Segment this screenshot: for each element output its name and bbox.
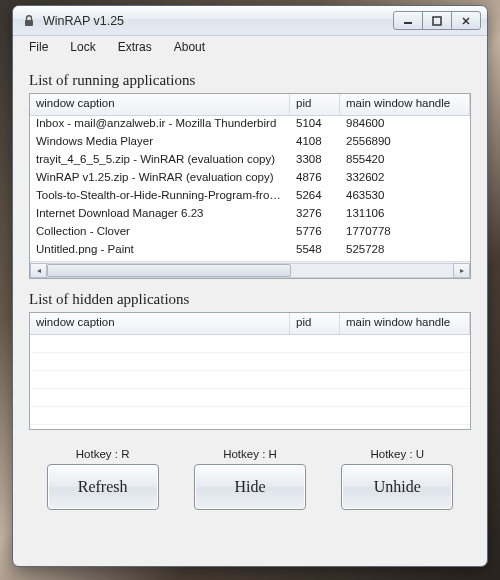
col-caption[interactable]: window caption — [30, 94, 290, 115]
refresh-button[interactable]: Refresh — [47, 464, 159, 510]
table-row[interactable]: Untitled.png - Paint5548525728 — [30, 242, 470, 260]
scroll-left-icon[interactable]: ◂ — [30, 263, 47, 278]
table-row[interactable]: Collection - Clover57761770778 — [30, 224, 470, 242]
menu-file[interactable]: File — [19, 38, 58, 56]
running-table-header: window caption pid main window handle — [30, 94, 470, 116]
window-title: WinRAP v1.25 — [43, 14, 394, 28]
minimize-button[interactable] — [393, 11, 423, 30]
table-row[interactable]: Inbox - mail@anzalweb.ir - Mozilla Thund… — [30, 116, 470, 134]
table-row[interactable] — [30, 407, 470, 425]
table-row[interactable] — [30, 335, 470, 353]
svg-rect-1 — [404, 22, 412, 24]
table-row[interactable]: Windows Media Player41082556890 — [30, 134, 470, 152]
svg-rect-0 — [25, 20, 33, 26]
scroll-right-icon[interactable]: ▸ — [453, 263, 470, 278]
hotkey-label: Hotkey : R — [76, 448, 130, 460]
running-apps-table[interactable]: window caption pid main window handle In… — [29, 93, 471, 279]
menu-extras[interactable]: Extras — [108, 38, 162, 56]
refresh-group: Hotkey : R Refresh — [39, 448, 166, 510]
unhide-button[interactable]: Unhide — [341, 464, 453, 510]
maximize-button[interactable] — [422, 11, 452, 30]
table-row[interactable] — [30, 389, 470, 407]
hidden-apps-table[interactable]: window caption pid main window handle — [29, 312, 471, 430]
col-pid[interactable]: pid — [290, 94, 340, 115]
col-pid[interactable]: pid — [290, 313, 340, 334]
content-area: List of running applications window capt… — [13, 58, 487, 566]
col-handle[interactable]: main window handle — [340, 94, 470, 115]
window-controls — [394, 11, 481, 30]
unhide-group: Hotkey : U Unhide — [334, 448, 461, 510]
col-handle[interactable]: main window handle — [340, 313, 470, 334]
table-row[interactable] — [30, 371, 470, 389]
table-row[interactable]: trayit_4_6_5_5.zip - WinRAR (evaluation … — [30, 152, 470, 170]
hotkey-label: Hotkey : U — [370, 448, 424, 460]
hidden-table-body[interactable] — [30, 335, 470, 429]
hide-button[interactable]: Hide — [194, 464, 306, 510]
svg-rect-2 — [433, 17, 441, 25]
col-caption[interactable]: window caption — [30, 313, 290, 334]
hotkey-label: Hotkey : H — [223, 448, 277, 460]
table-row[interactable]: Tools-to-Stealth-or-Hide-Running-Program… — [30, 188, 470, 206]
hidden-table-header: window caption pid main window handle — [30, 313, 470, 335]
menu-about[interactable]: About — [164, 38, 215, 56]
app-window: WinRAP v1.25 File Lock Extras About List… — [12, 5, 488, 567]
titlebar[interactable]: WinRAP v1.25 — [13, 6, 487, 36]
lock-icon — [21, 13, 37, 29]
table-row[interactable] — [30, 353, 470, 371]
table-row[interactable]: WinRAP v1.25.zip - WinRAR (evaluation co… — [30, 170, 470, 188]
action-buttons: Hotkey : R Refresh Hotkey : H Hide Hotke… — [29, 448, 471, 510]
scroll-thumb[interactable] — [47, 264, 291, 277]
scroll-track[interactable] — [47, 263, 453, 278]
table-row[interactable]: Internet Download Manager 6.233276131106 — [30, 206, 470, 224]
running-table-body[interactable]: Inbox - mail@anzalweb.ir - Mozilla Thund… — [30, 116, 470, 261]
horizontal-scrollbar[interactable]: ◂ ▸ — [30, 261, 470, 278]
menubar: File Lock Extras About — [13, 36, 487, 58]
menu-lock[interactable]: Lock — [60, 38, 105, 56]
hide-group: Hotkey : H Hide — [186, 448, 313, 510]
close-button[interactable] — [451, 11, 481, 30]
running-section-title: List of running applications — [29, 72, 471, 89]
hidden-section-title: List of hidden applications — [29, 291, 471, 308]
